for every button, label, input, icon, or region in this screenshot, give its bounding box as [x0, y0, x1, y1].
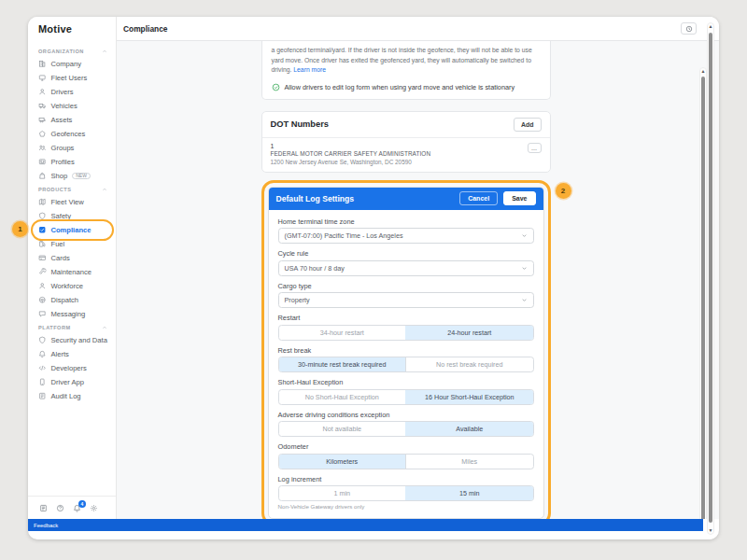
- maintenance-icon: [38, 268, 47, 276]
- workforce-icon: [38, 282, 47, 290]
- ellipsis-icon: ...: [531, 145, 537, 151]
- restart-toggle: 34-hour restart 24-hour restart: [278, 325, 534, 341]
- log-increment-option-1-min[interactable]: 1 min: [279, 486, 406, 500]
- short-haul-exception-toggle: No Short-Haul Exception 16 Hour Short-Ha…: [278, 389, 534, 405]
- scroll-up-arrow-icon[interactable]: ▲: [708, 23, 713, 30]
- restart-option-34-hour[interactable]: 34-hour restart: [279, 326, 406, 340]
- screenshot-stage: Motive ORGANIZATION Company Fleet Users …: [0, 0, 747, 560]
- profiles-icon: [38, 158, 47, 166]
- dot-carrier-name: FEDERAL MOTOR CARRIER SAFETY ADMINISTRAT…: [271, 150, 431, 157]
- alerts-icon: [38, 350, 47, 358]
- vehicles-icon: [38, 102, 47, 110]
- sidebar-nav: ORGANIZATION Company Fleet Users Drivers…: [28, 41, 116, 496]
- fleet-users-icon: [38, 74, 47, 82]
- assets-icon: [38, 116, 47, 124]
- sidebar-item-vehicles[interactable]: Vehicles: [28, 99, 116, 113]
- short-haul-option-none[interactable]: No Short-Haul Exception: [279, 390, 406, 404]
- sidebar-item-fleet-users[interactable]: Fleet Users: [28, 71, 116, 85]
- sidebar-item-compliance[interactable]: Compliance: [28, 223, 116, 237]
- sidebar-item-maintenance[interactable]: Maintenance: [28, 265, 116, 279]
- chevron-down-icon: [521, 232, 528, 239]
- logo-row: Motive: [28, 17, 116, 41]
- sidebar-item-alerts[interactable]: Alerts: [28, 347, 116, 361]
- save-button[interactable]: Save: [503, 191, 535, 205]
- rest-break-option-30-minute[interactable]: 30-minute rest break required: [279, 357, 406, 371]
- home-terminal-time-zone-select[interactable]: (GMT-07:00) Pacific Time - Los Angeles: [278, 228, 534, 244]
- sidebar-item-safety[interactable]: Safety: [28, 209, 116, 223]
- sidebar-item-fuel[interactable]: Fuel: [28, 237, 116, 251]
- sidebar-item-groups[interactable]: Groups: [28, 141, 116, 155]
- sidebar: Motive ORGANIZATION Company Fleet Users …: [28, 17, 117, 519]
- sidebar-item-profiles[interactable]: Profiles: [28, 155, 116, 169]
- short-haul-option-16-hour[interactable]: 16 Hour Short-Haul Exception: [405, 390, 533, 404]
- sidebar-item-developers[interactable]: Developers: [28, 361, 116, 375]
- motive-logo: Motive: [38, 23, 72, 35]
- cargo-type-select[interactable]: Property: [278, 292, 534, 308]
- sidebar-item-assets[interactable]: Assets: [28, 113, 116, 127]
- sidebar-item-drivers[interactable]: Drivers: [28, 85, 116, 99]
- adverse-driving-toggle: Not available Available: [278, 421, 534, 437]
- sidebar-item-audit-log[interactable]: Audit Log: [28, 389, 116, 403]
- yard-move-checkbox-row[interactable]: Allow drivers to edit log form when usin…: [272, 83, 541, 91]
- sidebar-item-company[interactable]: Company: [28, 57, 116, 71]
- history-button[interactable]: [681, 22, 697, 35]
- rest-break-label: Rest break: [278, 346, 534, 355]
- annotation-step-2-badge: 2: [556, 183, 571, 199]
- settings-gear-icon[interactable]: [90, 504, 98, 512]
- company-icon: [38, 60, 47, 68]
- home-terminal-time-zone-label: Home terminal time zone: [278, 217, 534, 226]
- sidebar-item-geofences[interactable]: Geofences: [28, 127, 116, 141]
- notifications-button[interactable]: 4: [73, 504, 81, 512]
- dot-row-more-button[interactable]: ...: [528, 143, 542, 153]
- adverse-driving-option-available[interactable]: Available: [405, 422, 533, 436]
- section-platform[interactable]: PLATFORM: [28, 321, 116, 333]
- page-title: Compliance: [123, 24, 167, 34]
- notification-count-badge: 4: [78, 500, 86, 508]
- whats-new-icon[interactable]: [39, 504, 48, 512]
- window-scrollbar-thumb[interactable]: [709, 33, 712, 523]
- window-scrollbar[interactable]: ▲ ▼: [707, 22, 714, 535]
- odometer-option-kilometers[interactable]: Kilometers: [279, 455, 406, 469]
- sidebar-item-messaging[interactable]: Messaging: [28, 307, 116, 321]
- adverse-driving-label: Adverse driving conditions exception: [278, 411, 534, 419]
- developers-icon: [38, 364, 47, 372]
- scroll-down-arrow-icon[interactable]: ▼: [708, 527, 713, 534]
- dot-number-row: 1 FEDERAL MOTOR CARRIER SAFETY ADMINISTR…: [262, 138, 550, 172]
- cycle-rule-select[interactable]: USA 70 hour / 8 day: [278, 260, 534, 276]
- sidebar-item-fleet-view[interactable]: Fleet View: [28, 195, 116, 209]
- sidebar-item-workforce[interactable]: Workforce: [28, 279, 116, 293]
- cycle-rule-label: Cycle rule: [278, 249, 534, 258]
- log-increment-footnote: Non-Vehicle Gateway drivers only: [278, 503, 534, 510]
- restart-option-24-hour[interactable]: 24-hour restart: [405, 326, 533, 340]
- log-increment-option-15-min[interactable]: 15 min: [405, 486, 533, 500]
- sidebar-item-dispatch[interactable]: Dispatch: [28, 293, 116, 307]
- sidebar-item-security-and-data[interactable]: Security and Data: [28, 333, 116, 347]
- feedback-bar[interactable]: Feedback: [28, 519, 703, 531]
- security-icon: [38, 336, 47, 344]
- adverse-driving-option-not-available[interactable]: Not available: [279, 422, 406, 436]
- yard-move-card: a geofenced terminal/yard. If the driver…: [261, 41, 551, 100]
- content-scrollbar[interactable]: ▲ ▼: [699, 67, 707, 519]
- sidebar-item-driver-app[interactable]: Driver App: [28, 375, 116, 389]
- default-log-settings-title: Default Log Settings: [276, 194, 355, 203]
- groups-icon: [38, 144, 47, 152]
- fleet-view-icon: [38, 198, 47, 206]
- add-dot-number-button[interactable]: Add: [514, 118, 542, 132]
- cancel-button[interactable]: Cancel: [459, 191, 498, 205]
- log-increment-label: Log increment: [278, 475, 534, 483]
- section-products[interactable]: PRODUCTS: [28, 183, 116, 195]
- messaging-icon: [38, 310, 47, 318]
- sidebar-item-cards[interactable]: Cards: [28, 251, 116, 265]
- sidebar-item-shop[interactable]: ShopNEW: [28, 169, 116, 183]
- yard-move-paragraph: a geofenced terminal/yard. If the driver…: [272, 46, 541, 76]
- dispatch-icon: [38, 296, 47, 304]
- help-icon[interactable]: [56, 504, 64, 512]
- shop-icon: [38, 172, 47, 180]
- content-scrollbar-thumb[interactable]: [701, 77, 705, 519]
- dot-number: 1: [271, 143, 431, 149]
- scroll-up-arrow-icon[interactable]: ▲: [700, 68, 706, 75]
- rest-break-option-none[interactable]: No rest break required: [405, 357, 533, 371]
- odometer-option-miles[interactable]: Miles: [405, 455, 533, 469]
- section-organization[interactable]: ORGANIZATION: [28, 45, 116, 57]
- learn-more-link[interactable]: Learn more: [293, 66, 326, 73]
